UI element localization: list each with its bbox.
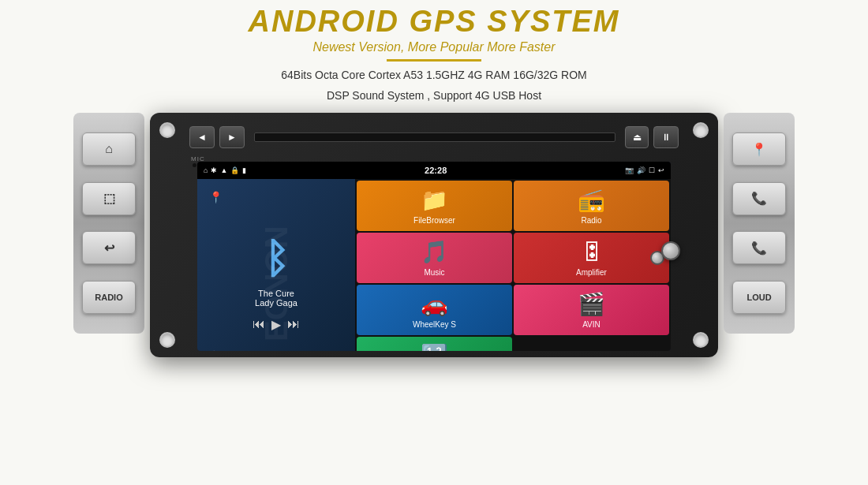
loud-label: LOUD [746,293,771,302]
app-area: EONON 📍 ᛒ The Cure Lady Gaga ⏮ ▶ ⏭ [197,179,671,351]
filebrowser-app[interactable]: 📁 FileBrowser [357,181,512,231]
avin-label: AVIN [582,320,600,329]
radio-app[interactable]: 📻 Radio [514,181,669,231]
page-wrapper: ANDROID GPS SYSTEM Newest Version, More … [0,0,868,485]
status-bar: ⌂ ✱ ▲ 🔒 ▮ 22:28 📷 🔊 ☐ ↩ [197,162,671,179]
avin-icon: 🎬 [578,291,605,317]
window-icon: ☐ [649,166,655,174]
right-ear: 📍 📞 📞 LOUD [724,113,795,334]
mount-hole-br [693,332,709,348]
square-icon: ⬚ [103,191,115,206]
call-end-button[interactable]: 📞 [732,231,786,264]
wheelkey-app[interactable]: 🚗 WheelKey S [357,285,512,335]
radio-button[interactable]: RADIO [82,281,136,314]
mount-hole-bl [159,332,175,348]
artist-name: Lady Gaga [255,298,297,308]
filebrowser-icon: 📁 [421,187,448,213]
call-answer-icon: 📞 [751,191,767,206]
mount-hole-tl [159,122,175,138]
radio-label: Radio [581,216,601,225]
rewind-button[interactable]: ⏮ [253,317,265,332]
device-container: ⌂ ⬚ ↩ RADIO ◄ ► [138,113,730,357]
eject-button[interactable]: ⏏ [625,126,649,148]
status-icons-right: 📷 🔊 ☐ ↩ [625,166,664,174]
wheelkey-icon: 🚗 [421,291,448,317]
cd-slot [254,132,615,142]
top-bar: ◄ ► ⏏ ⏸ [189,122,679,152]
next-button[interactable]: ► [219,126,245,148]
status-icons-left: ⌂ ✱ ▲ 🔒 ▮ [204,166,246,174]
home-status-icon: ⌂ [204,166,208,174]
calculator-app[interactable]: 🔢 Calculator [357,337,512,351]
radio-label: RADIO [95,293,122,302]
music-icon: 🎵 [421,239,448,265]
track-info: The Cure Lady Gaga [255,289,297,308]
transport-buttons: ◄ ► [189,126,245,148]
mount-hole-tr [693,122,709,138]
wheelkey-label: WheelKey S [413,320,456,329]
back-square-button[interactable]: ⬚ [82,182,136,215]
back-button[interactable]: ↩ [82,231,136,264]
status-time: 22:28 [425,166,447,175]
lock-icon: 🔒 [230,166,239,174]
player-controls[interactable]: ⏮ ▶ ⏭ [253,317,300,332]
call-answer-button[interactable]: 📞 [732,182,786,215]
amplifier-label: Amplifier [576,268,607,277]
fast-forward-button[interactable]: ⏭ [287,317,300,332]
mic-hole [193,163,196,167]
volume-icon: 🔊 [637,166,645,174]
amplifier-icon: 🎛 [581,239,603,265]
pause-button[interactable]: ⏸ [653,126,679,148]
battery-icon: ▮ [242,166,246,174]
filebrowser-label: FileBrowser [413,216,455,225]
header-section: ANDROID GPS SYSTEM Newest Version, More … [249,5,620,105]
home-icon: ⌂ [105,142,113,156]
navigation-icon: 📍 [751,142,767,157]
bluetooth-status-icon: ✱ [211,166,217,174]
spec-line2: DSP Sound System , Support 4G USB Host [249,87,620,104]
amplifier-app[interactable]: 🎛 Amplifier [514,233,669,283]
screen-wrapper: ⌂ ✱ ▲ 🔒 ▮ 22:28 📷 🔊 ☐ ↩ [197,162,671,351]
home-button[interactable]: ⌂ [82,132,136,166]
main-title: ANDROID GPS SYSTEM [249,5,620,39]
bluetooth-panel: EONON 📍 ᛒ The Cure Lady Gaga ⏮ ▶ ⏭ [197,179,355,351]
volume-knob[interactable] [661,241,680,260]
bluetooth-icon: ᛒ [264,236,289,282]
eq-icon: ⚙ [209,349,219,351]
loud-button[interactable]: LOUD [732,281,786,314]
unit-body: ◄ ► ⏏ ⏸ MIC ⌂ ✱ ▲ � [150,113,718,357]
music-app[interactable]: 🎵 Music [357,233,512,283]
nav-icon: ↩ [658,166,664,174]
location-icon: 📍 [209,191,223,203]
app-grid: 📁 FileBrowser 📻 Radio 🎵 Music [355,179,671,351]
radio-icon: 📻 [578,187,605,213]
return-icon: ↩ [104,241,114,256]
signal-icon: ▲ [220,166,227,174]
avin-app[interactable]: 🎬 AVIN [514,285,669,335]
android-screen: ⌂ ✱ ▲ 🔒 ▮ 22:28 📷 🔊 ☐ ↩ [197,162,671,351]
camera-icon: 📷 [625,166,634,174]
gold-divider [387,59,481,62]
prev-button[interactable]: ◄ [189,126,215,148]
spec-line1: 64Bits Octa Core Cortex A53 1.5GHZ 4G RA… [249,66,620,84]
play-button[interactable]: ▶ [271,317,281,332]
music-label: Music [424,268,444,277]
call-end-icon: 📞 [751,241,767,256]
navigation-button[interactable]: 📍 [732,132,786,166]
calculator-icon: 🔢 [421,343,448,351]
left-ear: ⌂ ⬚ ↩ RADIO [73,113,144,334]
track-name: The Cure [255,289,297,298]
subtitle: Newest Version, More Popular More Faster [249,40,620,54]
